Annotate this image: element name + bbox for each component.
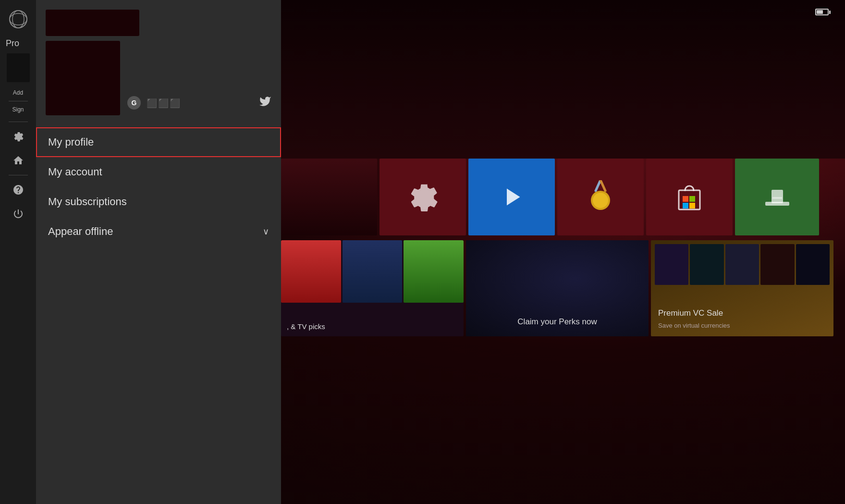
media-tile-text: , & TV picks: [287, 322, 325, 331]
sidebar-add-label: Add: [13, 89, 23, 96]
vc-sale-title: Premium VC Sale: [658, 308, 723, 318]
sidebar-section-label: Pro: [0, 38, 19, 49]
profile-dropdown-panel: G ⬛⬛⬛ My profile My account My subscript…: [36, 0, 281, 504]
perks-tile-text: Claim your Perks now: [466, 317, 649, 327]
sidebar-divider-1: [9, 101, 28, 101]
svg-rect-14: [772, 197, 782, 199]
social-dots: ⬛⬛⬛: [147, 98, 181, 109]
chevron-down-icon: ∨: [263, 226, 269, 237]
panel-avatar-image: [46, 41, 120, 115]
sidebar-home-icon[interactable]: [9, 151, 28, 170]
sidebar-profile-thumbnail: [7, 53, 30, 82]
tile-vc-sale[interactable]: Premium VC Sale Save on virtual currenci…: [651, 240, 833, 336]
tile-game[interactable]: [281, 159, 377, 235]
tile-store[interactable]: [646, 159, 733, 235]
tile-media-picks[interactable]: , & TV picks: [281, 240, 464, 336]
vc-sale-subtitle: Save on virtual currencies: [658, 322, 730, 329]
sidebar: Pro Add Sign: [0, 0, 36, 504]
svg-rect-10: [683, 203, 688, 209]
battery-tip: [829, 11, 831, 14]
battery-fill: [817, 10, 823, 14]
svg-rect-9: [689, 196, 695, 202]
battery-body: [815, 9, 829, 15]
menu-item-my-account[interactable]: My account: [36, 157, 281, 187]
gamerscore-icon: G: [127, 96, 141, 110]
svg-line-4: [600, 180, 605, 191]
svg-point-6: [593, 193, 608, 208]
tiles-row-2: , & TV picks Claim your Perks now Premiu…: [281, 240, 845, 336]
tile-achievements[interactable]: [557, 159, 644, 235]
menu-item-appear-offline[interactable]: Appear offline ∨: [36, 217, 281, 246]
tile-settings[interactable]: [380, 159, 466, 235]
vc-game-covers: [655, 244, 830, 285]
sidebar-settings-icon[interactable]: [9, 127, 28, 146]
panel-avatar-area: G ⬛⬛⬛: [36, 36, 281, 120]
tile-perks[interactable]: Claim your Perks now: [466, 240, 649, 336]
sidebar-divider-2: [9, 122, 28, 122]
tile-video[interactable]: [468, 159, 555, 235]
tile-game-green[interactable]: [735, 159, 819, 235]
xbox-logo: [9, 10, 28, 29]
sidebar-divider-3: [9, 175, 28, 175]
menu-item-my-profile[interactable]: My profile: [36, 127, 281, 157]
twitter-icon: [259, 95, 271, 111]
dropdown-menu: My profile My account My subscriptions A…: [36, 120, 281, 504]
sidebar-power-icon[interactable]: [9, 204, 28, 223]
svg-line-3: [596, 180, 600, 191]
panel-header-gamertag: [46, 10, 139, 36]
sidebar-sign-label: Sign: [12, 106, 24, 113]
sidebar-help-icon[interactable]: [9, 180, 28, 199]
svg-rect-13: [772, 190, 783, 203]
tiles-row-1: [281, 159, 845, 235]
svg-rect-8: [683, 196, 688, 202]
bg-top-area: [281, 0, 845, 159]
svg-rect-11: [689, 203, 695, 209]
panel-social-icons: G ⬛⬛⬛: [127, 95, 271, 113]
battery-indicator: [815, 9, 831, 15]
menu-item-my-subscriptions[interactable]: My subscriptions: [36, 187, 281, 217]
main-content-area: , & TV picks Claim your Perks now Premiu…: [281, 159, 845, 336]
